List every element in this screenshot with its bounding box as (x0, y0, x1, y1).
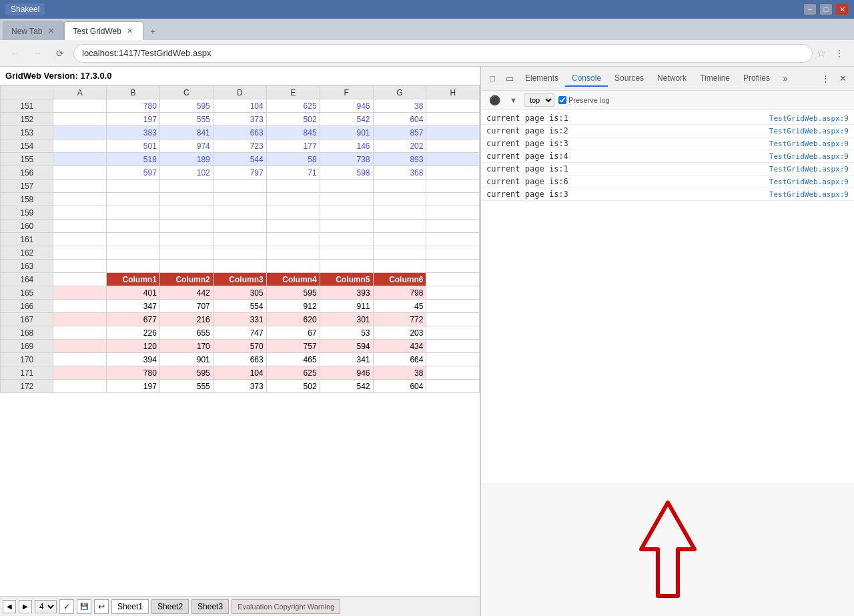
cell[interactable]: 845 (266, 126, 320, 139)
maximize-button[interactable]: □ (819, 3, 833, 15)
cell[interactable]: 798 (373, 286, 426, 300)
cell[interactable] (53, 380, 106, 393)
cell[interactable]: 177 (266, 139, 320, 153)
tab-testgridweb-close[interactable]: ✕ (125, 27, 135, 36)
cell[interactable] (159, 246, 213, 260)
cell[interactable]: 331 (213, 313, 266, 326)
cell[interactable] (266, 220, 320, 233)
cell[interactable]: 104 (213, 99, 266, 113)
cell[interactable]: 202 (373, 139, 426, 153)
cell[interactable]: 502 (266, 113, 320, 126)
cell[interactable] (53, 353, 106, 366)
cell[interactable]: 757 (266, 340, 320, 353)
refresh-button[interactable]: ⟳ (51, 44, 69, 63)
cell[interactable] (159, 206, 213, 220)
cell[interactable]: 663 (213, 353, 266, 366)
cell[interactable]: 347 (106, 300, 159, 313)
cell[interactable] (426, 126, 480, 139)
cell[interactable]: 555 (159, 380, 213, 393)
cell[interactable]: 604 (373, 380, 426, 393)
cell[interactable] (426, 180, 480, 193)
console-msg-source[interactable]: TestGridWeb.aspx:9 (769, 152, 849, 161)
cell[interactable]: 747 (213, 326, 266, 340)
cell[interactable]: 38 (373, 366, 426, 380)
cell[interactable] (320, 206, 373, 220)
cell[interactable]: 780 (106, 99, 159, 113)
cell[interactable]: 401 (106, 286, 159, 300)
cell[interactable] (426, 340, 480, 353)
cell[interactable] (426, 153, 480, 166)
cell[interactable] (106, 260, 159, 273)
address-input[interactable] (73, 44, 813, 63)
devtools-settings-icon[interactable]: ⋮ (817, 70, 834, 87)
cell[interactable] (159, 193, 213, 206)
cell[interactable]: 901 (320, 126, 373, 139)
cell[interactable] (53, 99, 106, 113)
cell[interactable]: 368 (373, 166, 426, 180)
cell[interactable] (53, 180, 106, 193)
cell[interactable] (426, 326, 480, 340)
cell[interactable] (266, 246, 320, 260)
cell[interactable]: 595 (159, 366, 213, 380)
cell[interactable] (53, 233, 106, 246)
cell[interactable]: 544 (213, 153, 266, 166)
cell[interactable]: 120 (106, 340, 159, 353)
cell[interactable]: 341 (320, 353, 373, 366)
cell[interactable] (53, 206, 106, 220)
cell[interactable] (106, 193, 159, 206)
console-context-select[interactable]: top (524, 93, 554, 107)
console-msg-source[interactable]: TestGridWeb.aspx:9 (769, 114, 849, 123)
minimize-button[interactable]: − (803, 3, 817, 15)
cell[interactable] (53, 340, 106, 353)
cell[interactable] (53, 153, 106, 166)
cell[interactable] (266, 193, 320, 206)
cell[interactable] (426, 380, 480, 393)
cell[interactable] (53, 193, 106, 206)
cell[interactable] (106, 206, 159, 220)
cell[interactable] (426, 99, 480, 113)
cell[interactable]: 373 (213, 113, 266, 126)
cell[interactable]: 197 (106, 380, 159, 393)
cell[interactable] (106, 220, 159, 233)
sheet-tab-sheet3[interactable]: Sheet3 (191, 599, 229, 614)
cell[interactable] (159, 233, 213, 246)
cell[interactable]: 620 (266, 313, 320, 326)
cell[interactable] (53, 313, 106, 326)
sheet-tab-sheet2[interactable]: Sheet2 (151, 599, 189, 614)
cell[interactable]: 598 (320, 166, 373, 180)
cell[interactable] (213, 260, 266, 273)
cell[interactable]: 772 (373, 313, 426, 326)
sheet-tab-warning[interactable]: Evaluation Copyright Warning (232, 599, 340, 614)
cell[interactable] (53, 273, 106, 286)
cell[interactable] (426, 113, 480, 126)
tab-sources[interactable]: Sources (608, 71, 651, 87)
tab-elements[interactable]: Elements (518, 71, 565, 87)
cell[interactable]: 501 (106, 139, 159, 153)
cell[interactable] (213, 220, 266, 233)
cell[interactable]: 394 (106, 353, 159, 366)
cell[interactable]: 841 (159, 126, 213, 139)
cell[interactable] (266, 260, 320, 273)
cell[interactable]: 301 (320, 313, 373, 326)
tab-testgridweb[interactable]: Test GridWeb ✕ (64, 21, 143, 40)
cell[interactable] (53, 286, 106, 300)
cell[interactable]: 664 (373, 353, 426, 366)
tab-profiles[interactable]: Profiles (737, 71, 777, 87)
cell[interactable]: 38 (373, 99, 426, 113)
cell[interactable] (53, 300, 106, 313)
cell[interactable] (373, 193, 426, 206)
cell[interactable] (373, 233, 426, 246)
cell[interactable]: 203 (373, 326, 426, 340)
cell[interactable] (53, 166, 106, 180)
cell[interactable] (159, 260, 213, 273)
cell[interactable] (106, 233, 159, 246)
cell[interactable]: 170 (159, 340, 213, 353)
cell[interactable]: 373 (213, 380, 266, 393)
cell[interactable] (426, 313, 480, 326)
cell[interactable] (266, 180, 320, 193)
cell[interactable] (373, 220, 426, 233)
cell[interactable]: 655 (159, 326, 213, 340)
cell[interactable] (373, 246, 426, 260)
cell[interactable]: 189 (159, 153, 213, 166)
next-page-button[interactable]: ▶ (19, 600, 32, 613)
